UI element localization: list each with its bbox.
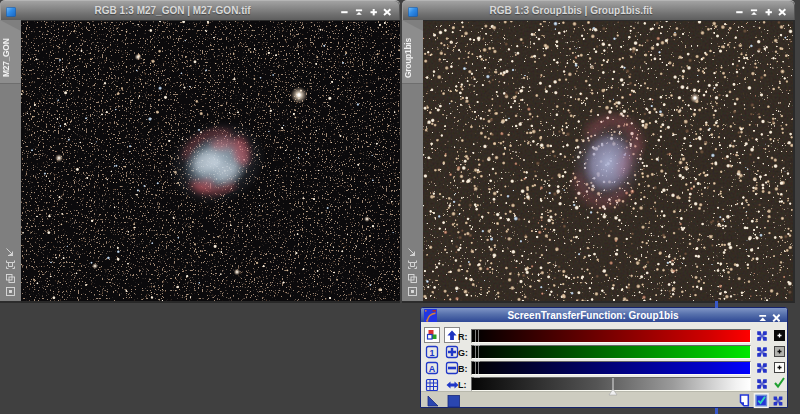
svg-text:A: A — [429, 364, 436, 374]
svg-text:1: 1 — [429, 348, 434, 358]
